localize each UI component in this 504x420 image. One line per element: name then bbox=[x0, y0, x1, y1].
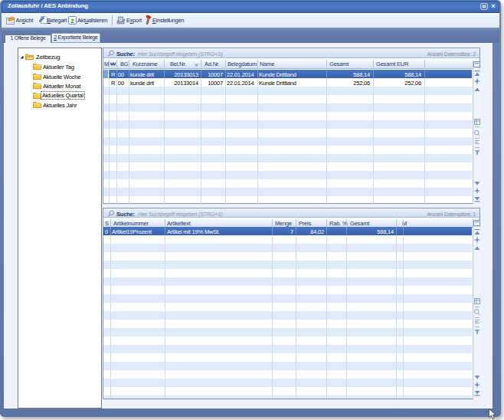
svg-text:z: z bbox=[70, 17, 74, 25]
